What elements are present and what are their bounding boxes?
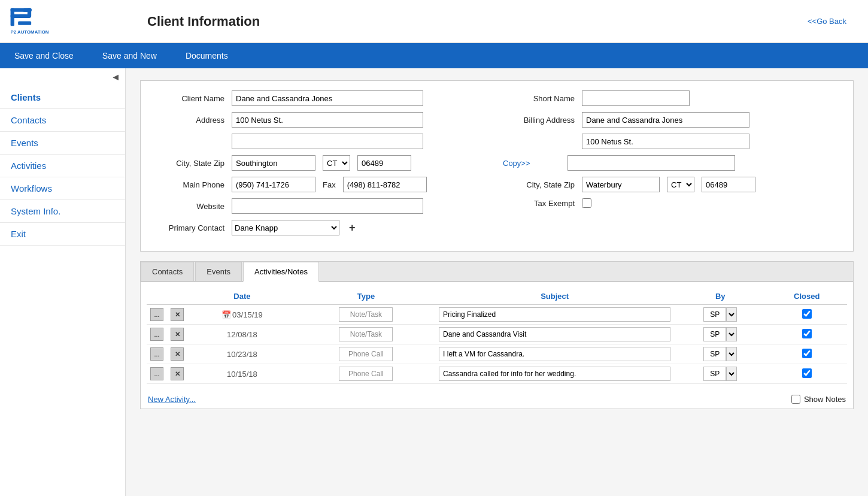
primary-contact-select[interactable]: Dane Knapp [232,220,339,235]
table-row: ...✕12/08/18▼ [147,325,847,344]
address-input[interactable] [232,112,423,128]
table-row: ...✕10/23/18▼ [147,344,847,364]
closed-checkbox[interactable] [802,368,812,378]
show-notes-checkbox[interactable] [791,395,800,404]
date-value: 10/23/18 [227,350,257,359]
city-state-zip-label: City, State Zip [153,159,224,168]
table-row: ...✕📅03/15/19▼ [147,305,847,325]
closed-checkbox[interactable] [802,349,812,358]
svg-rect-6 [18,22,31,25]
save-new-button[interactable]: Save and New [88,43,171,68]
zip-input[interactable] [357,155,411,171]
sidebar-item-contacts[interactable]: Contacts [0,109,125,132]
by-input[interactable] [703,367,726,381]
sidebar-nav: Clients Contacts Events Activities Workf… [0,86,125,246]
by-select[interactable]: ▼ [726,327,737,341]
billing-state-select[interactable]: CTNYMA [667,177,694,192]
form-two-col: Client Name Address [153,90,841,241]
short-name-row: Short Name [503,90,841,106]
by-input[interactable] [703,327,726,341]
subject-input[interactable] [439,327,670,341]
by-select[interactable]: ▼ [726,307,737,322]
website-input[interactable] [232,198,423,214]
tab-contacts[interactable]: Contacts [141,262,194,281]
type-input[interactable] [339,367,393,381]
tax-exempt-label: Tax Exempt [503,199,575,208]
tab-events[interactable]: Events [195,262,242,281]
activities-table: Date Type Subject By Closed ...✕📅03/15/1… [147,288,847,384]
client-name-input[interactable] [232,90,423,106]
row-dots-button[interactable]: ... [150,308,163,321]
sidebar-item-activities[interactable]: Activities [0,155,125,177]
sidebar-item-exit[interactable]: Exit [0,223,125,246]
th-closed: Closed [766,288,847,305]
state-select[interactable]: CTNYMARI [323,155,350,171]
activities-footer: New Activity... Show Notes [141,390,853,409]
logo: P2 AUTOMATION [10,5,75,38]
primary-contact-label: Primary Contact [153,223,224,232]
go-back-link[interactable]: <<Go Back [808,17,846,26]
by-input[interactable] [703,347,726,361]
main-content: Client Name Address [126,68,868,496]
client-info-form: Client Name Address [140,80,854,252]
billing-name-input[interactable] [582,112,749,128]
website-label: Website [153,202,224,211]
type-input[interactable] [339,307,393,322]
by-select[interactable]: ▼ [726,367,737,381]
by-select[interactable]: ▼ [726,347,737,361]
svg-text:P2 AUTOMATION: P2 AUTOMATION [11,29,49,35]
row-dots-button[interactable]: ... [150,367,163,380]
subject-input[interactable] [439,347,670,361]
tab-activities-notes[interactable]: Activities/Notes [243,262,319,282]
closed-checkbox[interactable] [802,329,812,338]
tabs-container: Contacts Events Activities/Notes Date Ty… [140,261,854,409]
row-delete-button[interactable]: ✕ [171,367,184,380]
client-name-label: Client Name [153,94,224,103]
by-input[interactable] [703,307,726,322]
tax-exempt-checkbox[interactable] [582,198,591,208]
billing-city-input[interactable] [582,177,660,192]
documents-button[interactable]: Documents [171,43,242,68]
short-name-input[interactable] [582,90,690,106]
page-title: Client Information [147,14,260,29]
closed-checkbox[interactable] [802,309,812,319]
row-delete-button[interactable]: ✕ [171,308,184,321]
type-input[interactable] [339,327,393,341]
new-activity-link[interactable]: New Activity... [148,395,196,404]
row-dots-button[interactable]: ... [150,347,163,361]
date-value: 03/15/19 [232,310,263,319]
billing-address1-input[interactable] [582,134,749,149]
top-bar: P2 AUTOMATION Client Information <<Go Ba… [0,0,868,43]
row-delete-button[interactable]: ✕ [171,328,184,341]
billing-address2-input[interactable] [567,155,735,171]
sidebar-item-clients[interactable]: Clients [0,86,125,109]
copy-row: Copy>> [503,155,841,171]
add-contact-button[interactable]: + [347,222,358,234]
city-state-zip-row: City, State Zip CTNYMARI [153,155,491,171]
sidebar-collapse-button[interactable]: ◄ [111,72,120,83]
save-close-button[interactable]: Save and Close [0,43,88,68]
svg-rect-5 [18,14,31,18]
subject-input[interactable] [439,367,670,381]
toolbar: Save and Close Save and New Documents [0,43,868,68]
row-dots-button[interactable]: ... [150,328,163,341]
row-delete-button[interactable]: ✕ [171,347,184,361]
th-type: Type [297,288,435,305]
sidebar-item-workflows[interactable]: Workflows [0,177,125,200]
copy-link[interactable]: Copy>> [503,159,530,168]
app-container: P2 AUTOMATION Client Information <<Go Ba… [0,0,868,496]
city-input[interactable] [232,155,315,171]
show-notes-area: Show Notes [791,395,846,404]
sidebar-collapse-area: ◄ [0,68,125,86]
billing-zip-input[interactable] [702,177,755,192]
address2-input[interactable] [232,134,423,149]
type-input[interactable] [339,347,393,361]
sidebar-item-system-info[interactable]: System Info. [0,200,125,223]
fax-input[interactable] [343,177,427,192]
form-right-col: Short Name Billing Address [491,90,841,241]
main-phone-input[interactable] [232,177,315,192]
subject-input[interactable] [439,307,670,322]
sidebar-item-events[interactable]: Events [0,132,125,155]
fax-label: Fax [323,180,336,189]
date-value: 12/08/18 [227,330,257,339]
